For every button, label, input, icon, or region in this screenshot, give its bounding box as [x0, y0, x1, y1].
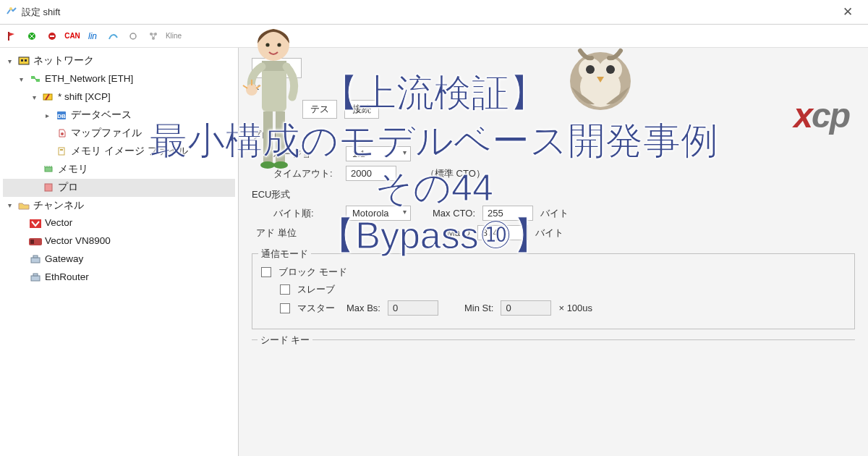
expand-icon[interactable]: ▾: [16, 73, 26, 85]
seed-key-title: シード キー: [258, 334, 312, 347]
svg-point-4: [130, 33, 136, 39]
tree-label: Vector VN8900: [45, 233, 111, 250]
tree-label: マップファイル: [71, 125, 142, 142]
tree-eth-network[interactable]: ▾ ETH_Network [ETH]: [3, 70, 235, 88]
connect-button[interactable]: 接続: [344, 100, 379, 119]
label-max-cto: Max CTO:: [433, 208, 475, 219]
minst-input[interactable]: 0: [501, 300, 551, 316]
memimage-icon: [55, 145, 68, 157]
svg-rect-9: [21, 59, 23, 62]
most-icon[interactable]: [126, 29, 140, 43]
tree-shift-xcp[interactable]: ▾ * shift [XCP]: [3, 88, 235, 106]
svg-rect-17: [59, 148, 64, 155]
tree-label: ネットワーク: [33, 53, 94, 69]
tree-label: チャンネル: [33, 198, 84, 214]
network-root-icon: [17, 55, 30, 67]
network-icon[interactable]: [146, 29, 161, 43]
max-cto-input[interactable]: 255: [482, 206, 533, 221]
xcp-logo: xcp: [793, 96, 849, 135]
mapfile-icon: [55, 127, 68, 139]
svg-rect-27: [33, 274, 38, 276]
window-title: 設定 shift: [22, 6, 60, 19]
svg-rect-18: [60, 149, 63, 151]
svg-rect-24: [31, 258, 40, 263]
svg-rect-12: [36, 79, 40, 82]
label-addr: アド 単位: [256, 227, 339, 240]
cto-unit: バイト: [540, 207, 569, 220]
tree-ch-vector[interactable]: Vector: [3, 214, 235, 232]
test-button[interactable]: テス: [302, 100, 337, 119]
tree-network-root[interactable]: ▾ ネットワーク: [3, 52, 235, 70]
svg-text:DB: DB: [57, 113, 66, 119]
toolbar: CAN lin Kline: [0, 25, 868, 48]
close-button[interactable]: ✕: [833, 2, 862, 22]
body: ▾ ネットワーク ▾ ETH_Network [ETH] ▾ * shift […: [0, 48, 868, 456]
label-protocol-layer: プロ 層: [252, 129, 283, 142]
tree-ch-vn8900[interactable]: Vector VN8900: [3, 232, 235, 250]
svg-rect-19: [45, 167, 52, 172]
label-max-dto: Ma O: [447, 227, 470, 238]
max-dto-input[interactable]: 374: [477, 225, 528, 240]
flexray-icon[interactable]: [106, 29, 120, 43]
svg-rect-10: [25, 59, 27, 62]
can-icon[interactable]: CAN: [65, 29, 80, 43]
memory-icon: [42, 164, 55, 175]
lin-icon[interactable]: lin: [85, 29, 100, 43]
label-version: バージョ: [273, 148, 339, 161]
app-icon: [6, 7, 17, 18]
label-block-mode: ブロック モード: [278, 266, 347, 279]
tree-mapfile[interactable]: マップファイル: [3, 124, 235, 143]
svg-rect-11: [31, 76, 35, 79]
tree-ch-gateway[interactable]: Gateway: [3, 250, 235, 269]
maxbs-input[interactable]: 0: [388, 300, 438, 316]
flag-icon[interactable]: [4, 29, 19, 43]
bug-green-icon[interactable]: [25, 29, 39, 43]
timeout-unit: （標準 CTO）: [425, 167, 485, 180]
tab-detail[interactable]: な設定: [252, 58, 302, 78]
comm-mode-title: 通信モード: [258, 248, 311, 261]
kline-icon[interactable]: Kline: [166, 29, 181, 43]
expand-icon[interactable]: ▾: [29, 91, 39, 104]
expand-icon[interactable]: ▸: [42, 109, 52, 122]
expand-icon[interactable]: ▾: [4, 199, 14, 211]
titlebar: 設定 shift ✕: [0, 0, 868, 25]
vector-icon: [29, 218, 42, 229]
gateway-icon: [29, 254, 42, 266]
dto-unit: バイト: [535, 227, 563, 240]
svg-point-0: [9, 7, 12, 10]
ethrouter-icon: [29, 272, 42, 284]
folder-icon: [17, 200, 30, 211]
label-minst: Min St:: [464, 303, 493, 313]
label-byteorder: バイト順:: [273, 207, 339, 220]
ecu-title: ECU形式: [252, 188, 855, 201]
comm-mode-group: 通信モード ブロック モード スレーブ マスター Max Bs: 0 Min S…: [252, 253, 855, 329]
minst-unit: × 100us: [558, 303, 592, 313]
seed-key-group: シード キー: [252, 339, 855, 356]
tree-memory[interactable]: メモリ: [3, 161, 235, 179]
svg-point-16: [61, 132, 64, 135]
tree-label: プロ: [58, 180, 78, 196]
tree-protocol[interactable]: プロ: [3, 179, 235, 197]
tree-label: Gateway: [45, 251, 83, 268]
slave-checkbox[interactable]: [280, 284, 290, 295]
block-mode-checkbox[interactable]: [261, 267, 271, 277]
database-icon: DB: [55, 109, 68, 121]
version-select[interactable]: 1.1: [346, 146, 411, 161]
bug-red-icon[interactable]: [45, 29, 59, 43]
label-timeout: タイムアウト:: [273, 167, 339, 180]
label-master: マスター: [297, 302, 339, 315]
master-checkbox[interactable]: [280, 303, 290, 313]
tree-label: Vector: [45, 215, 72, 232]
svg-rect-20: [45, 184, 52, 191]
expand-icon[interactable]: ▾: [4, 55, 14, 67]
timeout-input[interactable]: 2000: [346, 166, 396, 181]
byteorder-select[interactable]: Motorola: [346, 206, 411, 221]
tree-ch-ethrouter[interactable]: EthRouter: [3, 269, 235, 287]
tree-channel-root[interactable]: ▾ チャンネル: [3, 197, 235, 215]
label-do: ド: [252, 83, 261, 96]
detail-panel: xcp な設定 ド テス 接続 プロ 層 バージョ 1.1 タイムアウト: 20…: [239, 48, 868, 456]
tree-database[interactable]: ▸ DB データベース: [3, 106, 235, 124]
tree-label: ETH_Network [ETH]: [45, 71, 133, 88]
tree-memimage[interactable]: メモリ イメージ ファイル: [3, 143, 235, 161]
tabs: な設定: [252, 58, 855, 78]
